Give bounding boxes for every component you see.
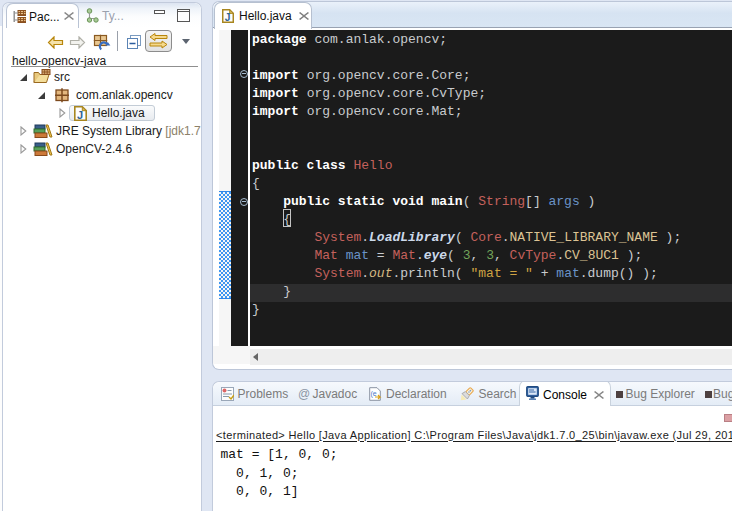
svg-text:J: J [225, 12, 231, 23]
svg-text:J: J [77, 108, 83, 120]
